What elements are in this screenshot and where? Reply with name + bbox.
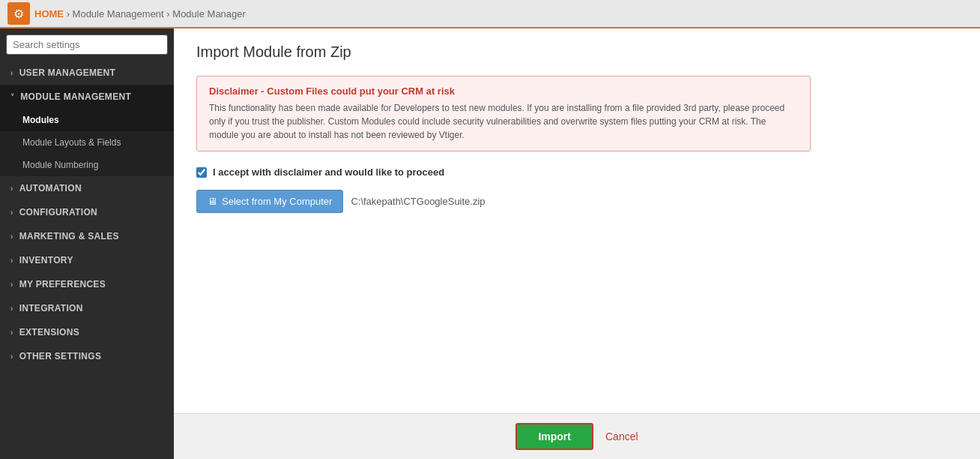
chevron-right-icon: ›	[10, 280, 13, 289]
disclaimer-title: Disclaimer - Custom Files could put your…	[209, 86, 798, 97]
chevron-right-icon: ›	[10, 208, 13, 217]
accept-checkbox-row: I accept with disclaimer and would like …	[196, 166, 958, 178]
sidebar-sub-item-label: Module Layouts & Fields	[22, 137, 121, 148]
sidebar-item-inventory[interactable]: › INVENTORY	[0, 248, 174, 272]
sidebar: › USER MANAGEMENT ˅ MODULE MANAGEMENT Mo…	[0, 28, 174, 459]
sidebar-item-extensions[interactable]: › EXTENSIONS	[0, 320, 174, 344]
sidebar-item-label: INTEGRATION	[19, 303, 83, 314]
import-button[interactable]: Import	[515, 423, 593, 450]
sidebar-item-marketing-sales[interactable]: › MARKETING & SALES	[0, 224, 174, 248]
sidebar-item-user-management[interactable]: › USER MANAGEMENT	[0, 61, 174, 85]
chevron-right-icon: ›	[10, 232, 13, 241]
sidebar-item-label: AUTOMATION	[19, 183, 82, 194]
sidebar-item-label: OTHER SETTINGS	[19, 351, 102, 362]
content-area: Import Module from Zip Disclaimer - Cust…	[174, 28, 980, 459]
sidebar-sub-item-label: Modules	[22, 115, 59, 125]
sidebar-item-other-settings[interactable]: › OTHER SETTINGS	[0, 344, 174, 368]
cancel-button[interactable]: Cancel	[605, 430, 638, 442]
chevron-right-icon: ›	[10, 352, 13, 361]
sidebar-item-module-management[interactable]: ˅ MODULE MANAGEMENT	[0, 85, 174, 109]
sidebar-item-automation[interactable]: › AUTOMATION	[0, 176, 174, 200]
accept-checkbox[interactable]	[196, 167, 207, 178]
file-path-display: C:\fakepath\CTGoogleSuite.zip	[351, 196, 485, 207]
select-button-label: Select from My Computer	[222, 196, 332, 207]
chevron-right-icon: ›	[10, 184, 13, 193]
sidebar-item-label: MARKETING & SALES	[19, 231, 119, 242]
page-title: Import Module from Zip	[196, 44, 958, 61]
sidebar-sub-item-module-layouts[interactable]: Module Layouts & Fields	[0, 131, 174, 154]
checkbox-label-text: I accept with disclaimer and would like …	[213, 166, 444, 178]
breadcrumb-module-management: Module Management	[73, 8, 164, 20]
breadcrumb-sep1: ›	[67, 8, 73, 20]
sidebar-item-configuration[interactable]: › CONFIGURATION	[0, 200, 174, 224]
disclaimer-box: Disclaimer - Custom Files could put your…	[196, 76, 811, 152]
chevron-right-icon: ›	[10, 69, 13, 77]
content-inner: Import Module from Zip Disclaimer - Cust…	[174, 28, 980, 413]
sidebar-sub-module-management: Modules Module Layouts & Fields Module N…	[0, 109, 174, 176]
breadcrumb-module-manager: Module Manager	[172, 8, 246, 20]
sidebar-item-integration[interactable]: › INTEGRATION	[0, 296, 174, 320]
chevron-right-icon: ›	[10, 328, 13, 337]
content-footer: Import Cancel	[174, 413, 980, 459]
file-select-row: Select from My Computer C:\fakepath\CTGo…	[196, 190, 958, 213]
gear-icon: ⚙	[7, 2, 30, 25]
sidebar-sub-item-module-numbering[interactable]: Module Numbering	[0, 154, 174, 176]
search-input[interactable]	[6, 34, 168, 55]
select-from-computer-button[interactable]: Select from My Computer	[196, 190, 343, 213]
sidebar-item-label: EXTENSIONS	[19, 327, 79, 338]
topbar: ⚙ HOME › Module Management › Module Mana…	[0, 0, 980, 28]
breadcrumb: HOME › Module Management › Module Manage…	[34, 8, 246, 20]
chevron-right-icon: ›	[10, 256, 13, 265]
search-container	[0, 28, 174, 61]
sidebar-item-label: CONFIGURATION	[19, 207, 97, 218]
sidebar-item-label: INVENTORY	[19, 255, 73, 266]
sidebar-sub-item-label: Module Numbering	[22, 160, 98, 170]
sidebar-sub-item-modules[interactable]: Modules	[0, 109, 174, 131]
chevron-down-icon: ˅	[10, 93, 14, 101]
sidebar-item-my-preferences[interactable]: › MY PREFERENCES	[0, 272, 174, 296]
chevron-right-icon: ›	[10, 304, 13, 313]
disclaimer-text: This functionality has been made availab…	[209, 101, 798, 142]
main-layout: › USER MANAGEMENT ˅ MODULE MANAGEMENT Mo…	[0, 28, 980, 459]
sidebar-item-label: MODULE MANAGEMENT	[20, 92, 131, 102]
monitor-icon	[208, 196, 217, 207]
home-link[interactable]: HOME	[34, 8, 64, 20]
sidebar-item-label: MY PREFERENCES	[19, 279, 106, 290]
sidebar-item-label: USER MANAGEMENT	[19, 68, 116, 78]
accept-checkbox-label[interactable]: I accept with disclaimer and would like …	[213, 166, 444, 178]
